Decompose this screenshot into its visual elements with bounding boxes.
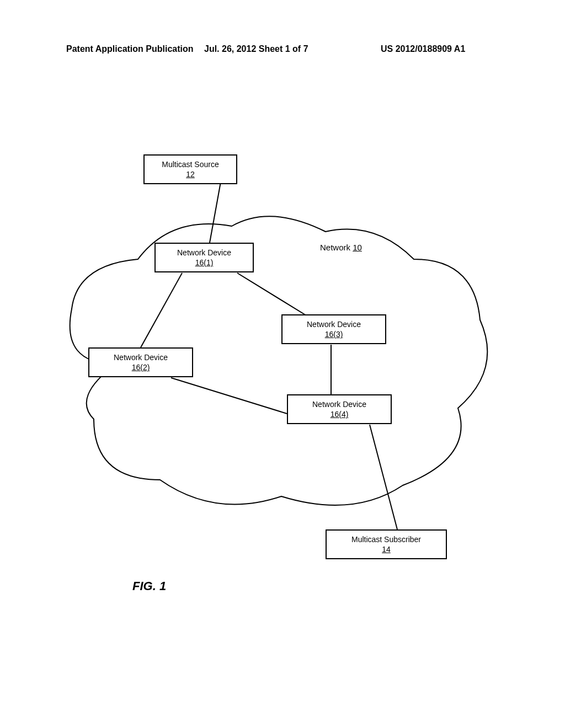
network-device-4-box: Network Device 16(4) (287, 394, 392, 424)
header-patent-number: US 2012/0188909 A1 (381, 44, 465, 54)
svg-line-2 (237, 273, 309, 317)
svg-line-4 (171, 378, 287, 414)
multicast-subscriber-ref: 14 (331, 545, 441, 554)
svg-line-5 (370, 425, 397, 529)
multicast-source-label: Multicast Source (149, 160, 232, 169)
network-device-3-label: Network Device (287, 320, 381, 329)
multicast-source-box: Multicast Source 12 (143, 154, 237, 184)
network-label-text: Network (320, 243, 353, 252)
network-device-4-ref: 16(4) (292, 410, 386, 419)
network-device-4-label: Network Device (292, 400, 386, 409)
network-device-2-box: Network Device 16(2) (88, 347, 193, 377)
header-date-sheet: Jul. 26, 2012 Sheet 1 of 7 (204, 44, 308, 54)
network-label: Network 10 (320, 243, 362, 252)
multicast-subscriber-box: Multicast Subscriber 14 (326, 529, 447, 559)
svg-line-1 (141, 273, 182, 347)
network-device-3-ref: 16(3) (287, 330, 381, 339)
multicast-subscriber-label: Multicast Subscriber (331, 535, 441, 544)
multicast-source-ref: 12 (149, 170, 232, 179)
header-publication: Patent Application Publication (66, 44, 194, 54)
network-device-1-box: Network Device 16(1) (154, 243, 254, 272)
network-label-ref: 10 (353, 243, 362, 252)
diagram-container: Multicast Source 12 Network Device 16(1)… (61, 143, 502, 585)
network-device-1-label: Network Device (160, 248, 248, 257)
network-device-2-ref: 16(2) (94, 363, 188, 372)
network-device-1-ref: 16(1) (160, 258, 248, 267)
network-device-3-box: Network Device 16(3) (281, 314, 386, 344)
svg-line-0 (210, 182, 221, 243)
network-device-2-label: Network Device (94, 353, 188, 362)
